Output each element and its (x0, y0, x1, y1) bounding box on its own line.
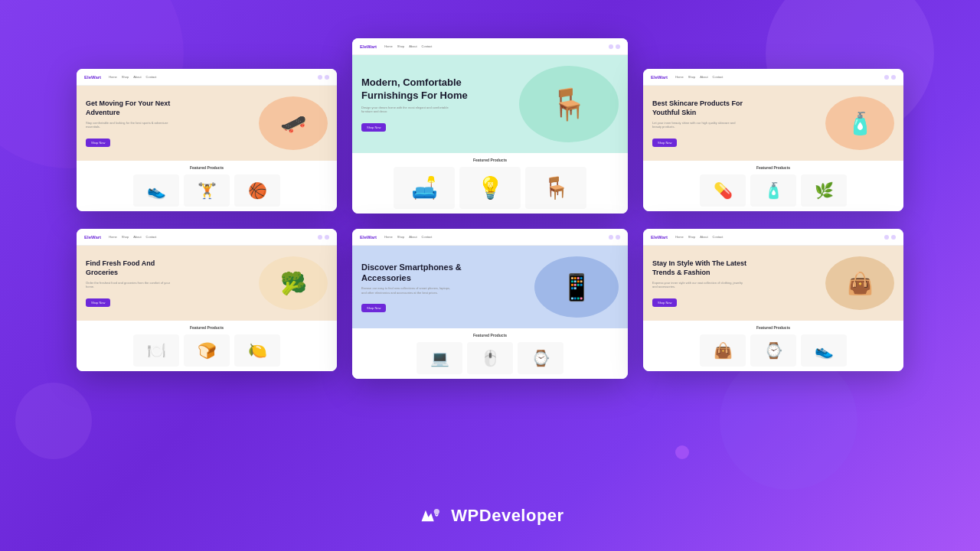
furniture-heading: Modern, Comfortable Furnishings For Home (361, 77, 499, 103)
fashion-shop-btn[interactable]: Shop Now (652, 298, 677, 307)
sport-hero-image: 🛹 (259, 96, 328, 150)
nav-icons-skincare (884, 75, 896, 80)
grocery-featured-items: 🍽️ 🍞 🍋 (84, 334, 329, 367)
mockup-sport: EleWart Home Shop About Contact Get Movi… (77, 69, 337, 211)
phone-featured-label: Featured Products (360, 333, 620, 337)
phone-shop-btn[interactable]: Shop Now (361, 304, 386, 312)
nav-icons-sport (318, 75, 329, 80)
mockup-fashion-nav: EleWart Home Shop About Contact (643, 229, 903, 246)
sport-item-3: 🏀 (234, 174, 280, 207)
mockup-fashion-hero: Stay In Style With The Latest Trends & F… (643, 246, 903, 321)
nav-icons-fashion (884, 235, 896, 240)
sport-item-1: 👟 (133, 174, 179, 207)
phone-featured-items: 💻 🖱️ ⌚ (360, 342, 620, 374)
furniture-featured: Featured Products 🛋️ 💡 🪑 (352, 153, 628, 214)
skincare-body: Let your inner beauty shine with our hig… (652, 121, 744, 129)
fashion-body: Express your inner style with our vast c… (652, 281, 744, 289)
skincare-featured-label: Featured Products (651, 165, 896, 170)
mockups-grid: EleWart Home Shop About Contact Get Movi… (46, 38, 934, 379)
skincare-item-1: 💊 (700, 174, 746, 207)
sport-featured-label: Featured Products (84, 165, 329, 170)
nav-link-shop: Shop (122, 75, 129, 79)
phone-item-2: 🖱️ (467, 342, 513, 374)
furniture-body: Design your dream home with the most ele… (361, 106, 453, 114)
mockup-furniture-hero: Modern, Comfortable Furnishings For Home… (352, 55, 628, 153)
fashion-featured-label: Featured Products (651, 325, 896, 330)
nav-user-icon (325, 75, 329, 80)
mockup-skincare: EleWart Home Shop About Contact Best Ski… (643, 69, 903, 211)
mockup-furniture-nav: EleWart Home Shop About Contact (352, 38, 628, 55)
branding-name: WPDeveloper (451, 506, 564, 526)
fashion-item-3: 👟 (801, 334, 847, 367)
bg-blob-small (675, 445, 689, 459)
skincare-item-3: 🌿 (801, 174, 847, 207)
phone-featured: Featured Products 💻 🖱️ ⌚ (352, 328, 628, 379)
nav-logo-fashion: EleWart (651, 235, 668, 240)
fashion-heading: Stay In Style With The Latest Trends & F… (652, 259, 752, 277)
grocery-item-3: 🍋 (234, 334, 280, 367)
mockup-phone-nav: EleWart Home Shop About Contact (352, 229, 628, 246)
phone-body: Browse our easy to find new collections … (361, 286, 453, 295)
sport-heading: Get Moving For Your Next Adventure (86, 99, 185, 117)
furniture-hero-image: 🪑 (519, 66, 619, 142)
skincare-item-2: 🧴 (750, 174, 796, 207)
grocery-shop-btn[interactable]: Shop Now (86, 298, 110, 307)
bg-blob-bl (15, 383, 92, 459)
nav-logo-sport: EleWart (84, 75, 101, 80)
svg-point-0 (434, 509, 439, 514)
skincare-featured: Featured Products 💊 🧴 🌿 (643, 161, 903, 211)
nav-logo-grocery: EleWart (84, 235, 101, 240)
grocery-item-2: 🍞 (184, 334, 230, 367)
furniture-shop-btn[interactable]: Shop Now (361, 123, 386, 132)
mockup-skincare-nav: EleWart Home Shop About Contact (643, 69, 903, 86)
sport-body: Stay comfortable and looking for the bes… (86, 121, 178, 129)
nav-link-about: About (133, 75, 141, 79)
furniture-item-1: 🛋️ (394, 167, 455, 209)
furniture-hero-text: Modern, Comfortable Furnishings For Home… (361, 77, 499, 132)
grocery-hero-image: 🥦 (259, 256, 328, 310)
mockup-grocery-nav: EleWart Home Shop About Contact (77, 229, 337, 246)
phone-hero-text: Discover Smartphones & Accessories Brows… (361, 262, 484, 313)
mockup-phone-hero: Discover Smartphones & Accessories Brows… (352, 246, 628, 328)
furniture-featured-label: Featured Products (360, 158, 620, 162)
nav-link-contact: Contact (146, 75, 157, 79)
grocery-item-1: 🍽️ (133, 334, 179, 367)
furniture-item-3: 🪑 (525, 167, 586, 209)
grocery-hero-text: Find Fresh Food And Groceries Order the … (86, 259, 185, 307)
skincare-heading: Best Skincare Products For Youthful Skin (652, 99, 752, 117)
sport-featured-items: 👟 🏋️ 🏀 (84, 174, 329, 207)
fashion-item-2: ⌚ (750, 334, 796, 367)
sport-featured: Featured Products 👟 🏋️ 🏀 (77, 161, 337, 211)
sport-hero-text: Get Moving For Your Next Adventure Stay … (86, 99, 185, 147)
mockup-skincare-hero: Best Skincare Products For Youthful Skin… (643, 86, 903, 161)
grocery-featured: Featured Products 🍽️ 🍞 🍋 (77, 321, 337, 371)
sport-item-2: 🏋️ (184, 174, 230, 207)
phone-item-3: ⌚ (518, 342, 564, 374)
mockup-grocery-hero: Find Fresh Food And Groceries Order the … (77, 246, 337, 321)
fashion-featured: Featured Products 👜 ⌚ 👟 (643, 321, 903, 371)
sport-shop-btn[interactable]: Shop Now (86, 139, 110, 147)
nav-icons-phone (609, 235, 620, 240)
phone-hero-image: 📱 (534, 256, 619, 318)
mockup-sport-nav: EleWart Home Shop About Contact (77, 69, 337, 86)
fashion-featured-items: 👜 ⌚ 👟 (651, 334, 896, 367)
nav-logo-furniture: EleWart (360, 44, 377, 49)
furniture-featured-items: 🛋️ 💡 🪑 (360, 167, 620, 209)
mockup-furniture: EleWart Home Shop About Contact Modern, … (352, 38, 628, 214)
phone-item-1: 💻 (416, 342, 462, 374)
phone-heading: Discover Smartphones & Accessories (361, 262, 484, 284)
furniture-item-2: 💡 (459, 167, 521, 209)
nav-logo-phone: EleWart (360, 235, 377, 240)
nav-cart-icon (318, 75, 322, 80)
fashion-hero-text: Stay In Style With The Latest Trends & F… (652, 259, 752, 307)
nav-logo-skincare: EleWart (651, 75, 668, 80)
grocery-heading: Find Fresh Food And Groceries (86, 259, 185, 277)
skincare-shop-btn[interactable]: Shop Now (652, 139, 677, 147)
wp-logo-icon (416, 502, 443, 530)
fashion-item-1: 👜 (700, 334, 746, 367)
mockup-phone: EleWart Home Shop About Contact Discover… (352, 229, 628, 379)
grocery-body: Order the freshest food and groceries fr… (86, 281, 178, 289)
skincare-hero-text: Best Skincare Products For Youthful Skin… (652, 99, 752, 147)
nav-icons-grocery (318, 235, 329, 240)
skincare-hero-image: 🧴 (825, 96, 894, 150)
